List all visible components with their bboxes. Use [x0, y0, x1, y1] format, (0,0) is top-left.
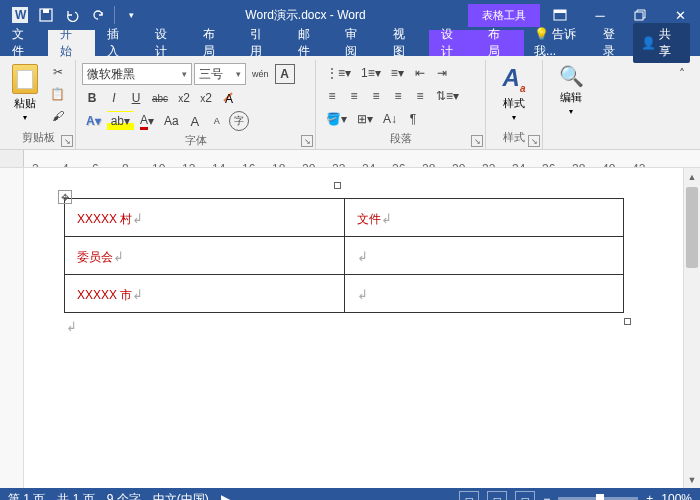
horizontal-ruler[interactable]: 24681012141618202224262830323436384042 — [0, 150, 700, 168]
vertical-scrollbar[interactable]: ▲ ▼ — [683, 168, 700, 488]
word-count[interactable]: 9 个字 — [107, 491, 141, 501]
justify-button[interactable]: ≡ — [388, 86, 408, 106]
tab-table-layout[interactable]: 布局 — [476, 30, 524, 56]
tab-view[interactable]: 视图 — [381, 30, 429, 56]
save-icon[interactable] — [34, 3, 58, 27]
paragraph-dialog-launcher[interactable]: ↘ — [471, 135, 483, 147]
group-label: 剪贴板 — [8, 128, 69, 147]
svg-text:A: A — [225, 92, 233, 105]
font-color-button[interactable]: A▾ — [136, 111, 158, 131]
change-case-button[interactable]: Aa — [160, 111, 183, 131]
font-dialog-launcher[interactable]: ↘ — [301, 135, 313, 147]
tab-layout[interactable]: 布局 — [191, 30, 239, 56]
table-resize-handle[interactable] — [624, 318, 631, 325]
table-cell[interactable]: 委员会↲ — [65, 237, 345, 275]
bullets-button[interactable]: ⋮≡▾ — [322, 63, 355, 83]
underline-button[interactable]: U — [126, 88, 146, 108]
show-marks-button[interactable]: ¶ — [403, 109, 423, 129]
tab-table-design[interactable]: 设计 — [429, 30, 477, 56]
enclose-char-button[interactable]: 字 — [229, 111, 249, 131]
font-family-combo[interactable]: 微软雅黑▾ — [82, 63, 192, 85]
web-layout-icon[interactable]: ▭ — [515, 491, 535, 500]
char-border-button[interactable]: A — [275, 64, 295, 84]
strikethrough-button[interactable]: abc — [148, 88, 172, 108]
group-paragraph: ⋮≡▾ 1≡▾ ≡▾ ⇤ ⇥ ≡ ≡ ≡ ≡ ≡ ⇅≡▾ 🪣▾ ⊞▾ A↓ ¶ … — [316, 60, 486, 149]
table-cell[interactable]: XXXXX 村↲ — [65, 199, 345, 237]
align-center-button[interactable]: ≡ — [344, 86, 364, 106]
vertical-ruler[interactable] — [0, 168, 24, 488]
redo-icon[interactable] — [86, 3, 110, 27]
table-cell[interactable]: 文件↲ — [344, 199, 624, 237]
phonetic-guide-button[interactable]: wén — [248, 64, 273, 84]
cut-button[interactable]: ✂ — [46, 62, 69, 82]
tab-home[interactable]: 开始 — [48, 30, 96, 56]
document-page[interactable]: ✥ XXXXX 村↲ 文件↲ 委员会↲ ↲ XXXXX 市↲ ↲ ↲ — [24, 168, 683, 488]
styles-dialog-launcher[interactable]: ↘ — [528, 135, 540, 147]
tab-mailings[interactable]: 邮件 — [286, 30, 334, 56]
print-layout-icon[interactable]: ▭ — [487, 491, 507, 500]
shrink-font-button[interactable]: A — [207, 111, 227, 131]
borders-button[interactable]: ⊞▾ — [353, 109, 377, 129]
sort-button[interactable]: A↓ — [379, 109, 401, 129]
highlight-button[interactable]: ab▾ — [107, 111, 134, 131]
align-right-button[interactable]: ≡ — [366, 86, 386, 106]
language-status[interactable]: 中文(中国) — [153, 491, 209, 501]
selection-handle[interactable] — [334, 182, 341, 189]
clear-formatting-button[interactable]: A — [218, 88, 240, 108]
paste-button[interactable]: 粘贴 ▾ — [8, 60, 42, 128]
clipboard-dialog-launcher[interactable]: ↘ — [61, 135, 73, 147]
page-count[interactable]: 第 1 页，共 1 页 — [8, 491, 95, 501]
tab-design[interactable]: 设计 — [143, 30, 191, 56]
macro-status-icon[interactable]: ▶ — [221, 492, 230, 500]
table-cell[interactable]: XXXXX 市↲ — [65, 275, 345, 313]
line-spacing-button[interactable]: ⇅≡▾ — [432, 86, 463, 106]
italic-button[interactable]: I — [104, 88, 124, 108]
tab-review[interactable]: 审阅 — [333, 30, 381, 56]
undo-icon[interactable] — [60, 3, 84, 27]
tab-references[interactable]: 引用 — [238, 30, 286, 56]
superscript-button[interactable]: x2 — [196, 88, 216, 108]
svg-rect-3 — [43, 9, 49, 13]
format-painter-button[interactable]: 🖌 — [46, 106, 69, 126]
numbering-button[interactable]: 1≡▾ — [357, 63, 385, 83]
word-app-icon[interactable]: W — [8, 3, 32, 27]
text-effects-button[interactable]: A▾ — [82, 111, 105, 131]
login-link[interactable]: 登录 — [603, 26, 627, 60]
share-button[interactable]: 👤 共享 — [633, 23, 690, 63]
font-size-combo[interactable]: 三号▾ — [194, 63, 246, 85]
document-area: ✥ XXXXX 村↲ 文件↲ 委员会↲ ↲ XXXXX 市↲ ↲ ↲ ▲ ▼ — [0, 168, 700, 488]
read-mode-icon[interactable]: ▭ — [459, 491, 479, 500]
tell-me-search[interactable]: 💡 告诉我... — [534, 26, 597, 60]
scrollbar-thumb[interactable] — [686, 187, 698, 268]
grow-font-button[interactable]: A — [185, 111, 205, 131]
document-table[interactable]: XXXXX 村↲ 文件↲ 委员会↲ ↲ XXXXX 市↲ ↲ — [64, 198, 624, 313]
ribbon: 粘贴 ▾ ✂ 📋 🖌 剪贴板 ↘ 微软雅黑▾ 三号▾ wén A B I U — [0, 56, 700, 150]
qat-customize-icon[interactable]: ▾ — [119, 3, 143, 27]
group-clipboard: 粘贴 ▾ ✂ 📋 🖌 剪贴板 ↘ — [2, 60, 76, 149]
increase-indent-button[interactable]: ⇥ — [432, 63, 452, 83]
shading-button[interactable]: 🪣▾ — [322, 109, 351, 129]
zoom-level[interactable]: 100% — [661, 492, 692, 500]
tab-insert[interactable]: 插入 — [95, 30, 143, 56]
zoom-out-button[interactable]: − — [543, 492, 550, 500]
scroll-down-icon[interactable]: ▼ — [684, 471, 700, 488]
bold-button[interactable]: B — [82, 88, 102, 108]
table-cell[interactable]: ↲ — [344, 237, 624, 275]
tab-file[interactable]: 文件 — [0, 30, 48, 56]
table-row[interactable]: XXXXX 村↲ 文件↲ — [65, 199, 624, 237]
distributed-button[interactable]: ≡ — [410, 86, 430, 106]
styles-button[interactable]: Aa 样式 ▾ — [492, 60, 536, 128]
subscript-button[interactable]: x2 — [174, 88, 194, 108]
zoom-in-button[interactable]: + — [646, 492, 653, 500]
table-cell[interactable]: ↲ — [344, 275, 624, 313]
align-left-button[interactable]: ≡ — [322, 86, 342, 106]
scroll-up-icon[interactable]: ▲ — [684, 168, 700, 185]
table-row[interactable]: 委员会↲ ↲ — [65, 237, 624, 275]
multilevel-list-button[interactable]: ≡▾ — [387, 63, 408, 83]
copy-button[interactable]: 📋 — [46, 84, 69, 104]
table-move-handle-icon[interactable]: ✥ — [58, 190, 72, 204]
decrease-indent-button[interactable]: ⇤ — [410, 63, 430, 83]
editing-button[interactable]: 🔍 编辑 ▾ — [549, 60, 593, 131]
table-row[interactable]: XXXXX 市↲ ↲ — [65, 275, 624, 313]
collapse-ribbon-button[interactable]: ˄ — [672, 64, 692, 84]
